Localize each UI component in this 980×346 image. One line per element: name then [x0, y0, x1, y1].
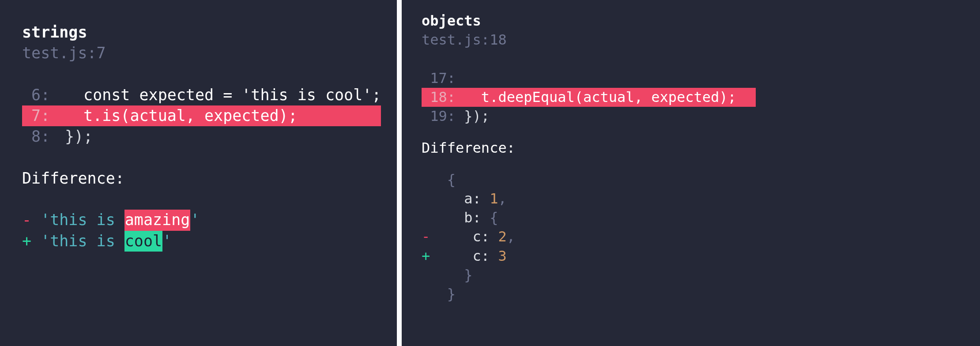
- comma: ,: [498, 189, 506, 208]
- plus-sign: +: [422, 247, 430, 266]
- obj-open: {: [422, 170, 980, 189]
- minus-sign: -: [22, 210, 31, 230]
- obj-key: c:: [473, 247, 498, 266]
- diff-text: this is: [50, 210, 124, 230]
- line-number: 6:: [22, 85, 56, 105]
- quote: ': [41, 231, 50, 252]
- code-line: 8: });: [22, 126, 397, 147]
- diff-line-removed: - c: 2,: [422, 227, 980, 246]
- difference-label: Difference:: [422, 139, 980, 158]
- test-location: test.js:18: [422, 30, 980, 49]
- line-number: 7:: [22, 105, 56, 126]
- obj-prop: a: 1,: [422, 189, 980, 208]
- obj-key: a:: [464, 189, 490, 208]
- blank-line: [22, 147, 397, 168]
- test-title: objects: [422, 11, 980, 30]
- line-number: 19:: [422, 107, 456, 126]
- panel-strings: strings test.js:7 6: const expected = 't…: [0, 0, 397, 346]
- obj-key: c:: [473, 227, 498, 246]
- blank-line: [422, 158, 980, 170]
- comma: ,: [507, 227, 515, 246]
- diff-line-removed: - 'this is amazing': [22, 210, 397, 230]
- blank-line: [422, 126, 980, 139]
- code-text: const expected = 'this is cool';: [56, 85, 381, 105]
- test-location: test.js:7: [22, 43, 397, 64]
- code-line: 6: const expected = 'this is cool';: [22, 85, 397, 105]
- quote: ': [41, 210, 50, 230]
- code-line: 19: });: [422, 107, 980, 126]
- code-text: t.deepEqual(actual, expected);: [456, 88, 736, 107]
- code-line-highlighted: 18: t.deepEqual(actual, expected);: [422, 88, 980, 107]
- obj-close-inner: }: [422, 266, 980, 285]
- quote: ': [190, 210, 200, 230]
- blank-line: [422, 49, 980, 68]
- diff-line-added: + c: 3: [422, 247, 980, 266]
- brace: }: [430, 266, 472, 285]
- diff-text: this is: [50, 231, 124, 252]
- code-text: t.is(actual, expected);: [56, 105, 298, 126]
- diff-removed-word: amazing: [124, 210, 191, 230]
- obj-value: 2: [498, 227, 506, 246]
- code-line: 17:: [422, 69, 980, 88]
- plus-sign: +: [22, 231, 31, 252]
- line-number: 18:: [422, 88, 456, 107]
- code-line-highlighted: 7: t.is(actual, expected);: [22, 105, 397, 126]
- code-text: });: [456, 107, 490, 126]
- diff-added-word: cool: [124, 231, 162, 252]
- brace: {: [490, 208, 498, 227]
- diff-line-added: + 'this is cool': [22, 231, 397, 252]
- blank-line: [22, 64, 397, 85]
- line-number: 8:: [22, 126, 56, 147]
- test-title: strings: [22, 22, 397, 43]
- obj-prop: b: {: [422, 208, 980, 227]
- obj-close: }: [422, 285, 980, 304]
- code-text: });: [56, 126, 93, 147]
- blank-line: [22, 189, 397, 210]
- obj-key: b:: [464, 208, 490, 227]
- obj-value: 3: [498, 247, 506, 266]
- panel-divider: [397, 0, 402, 346]
- quote: ': [162, 231, 172, 252]
- obj-value: 1: [490, 189, 498, 208]
- brace: }: [430, 285, 456, 304]
- minus-sign: -: [422, 227, 430, 246]
- difference-label: Difference:: [22, 168, 397, 189]
- line-number: 17:: [422, 69, 456, 88]
- brace: {: [430, 170, 456, 189]
- panel-objects: objects test.js:18 17: 18: t.deepEqual(a…: [402, 0, 980, 346]
